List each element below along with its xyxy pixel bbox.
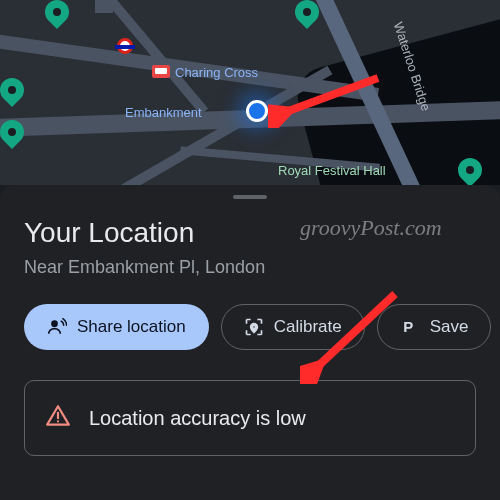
building-block	[95, 0, 113, 13]
share-location-icon	[47, 317, 67, 337]
svg-text:P: P	[403, 318, 413, 335]
poi-pin[interactable]	[0, 73, 29, 107]
warning-text: Location accuracy is low	[89, 407, 306, 430]
location-panel: Your Location Near Embankment Pl, London…	[0, 185, 500, 500]
share-location-button[interactable]: Share location	[24, 304, 209, 350]
accuracy-warning-card[interactable]: Location accuracy is low	[24, 380, 476, 456]
current-location-dot[interactable]	[246, 100, 268, 122]
chip-label: Calibrate	[274, 317, 342, 337]
calibrate-button[interactable]: Calibrate	[221, 304, 365, 350]
map-area[interactable]: Charing Cross Embankment Royal Festival …	[0, 0, 500, 185]
panel-subtitle: Near Embankment Pl, London	[24, 257, 476, 278]
svg-point-4	[57, 420, 59, 422]
map-label-charing-cross[interactable]: Charing Cross	[175, 65, 258, 80]
parking-icon: P	[400, 317, 420, 337]
panel-title: Your Location	[24, 217, 476, 249]
chip-label: Share location	[77, 317, 186, 337]
chip-row: Share location Calibrate P Save	[24, 304, 476, 350]
warning-icon	[45, 403, 71, 433]
poi-pin[interactable]	[40, 0, 74, 29]
map-label-embankment[interactable]: Embankment	[125, 105, 202, 120]
svg-point-0	[51, 320, 58, 327]
rail-icon[interactable]	[152, 65, 170, 78]
drag-handle[interactable]	[233, 195, 267, 199]
svg-point-1	[252, 326, 255, 329]
map-label-royal-hall[interactable]: Royal Festival Hall	[278, 163, 386, 178]
underground-icon[interactable]	[117, 38, 133, 54]
calibrate-icon	[244, 317, 264, 337]
chip-label: Save	[430, 317, 469, 337]
save-button[interactable]: P Save	[377, 304, 492, 350]
